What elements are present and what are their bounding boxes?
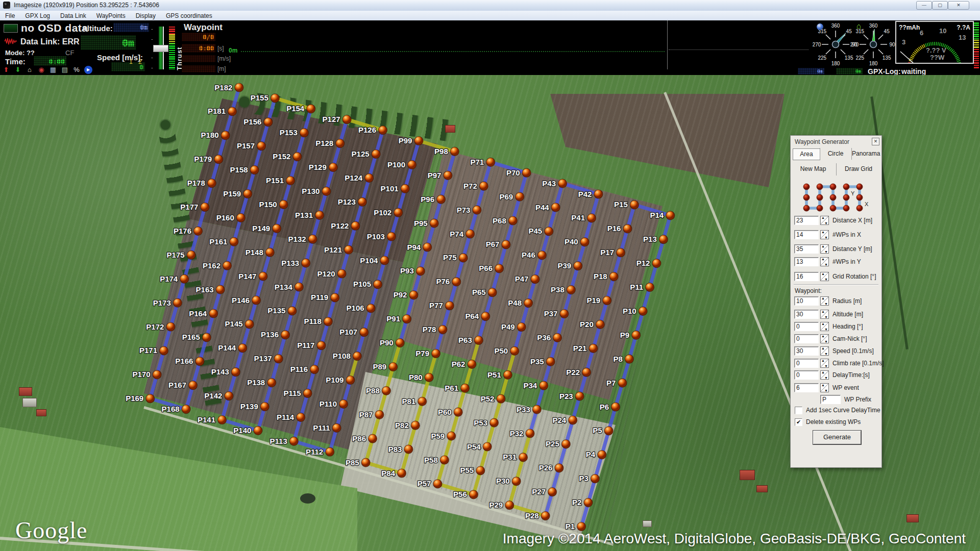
waypoint-marker[interactable] (398, 469, 406, 478)
waypoint-marker[interactable] (382, 386, 390, 395)
waypoint-marker[interactable] (404, 445, 413, 454)
waypoint-marker[interactable] (414, 137, 423, 145)
waypoint-marker[interactable] (423, 243, 432, 252)
waypoint-marker[interactable] (632, 331, 641, 339)
waypoint-marker[interactable] (510, 346, 519, 355)
waypoint-marker[interactable] (526, 429, 534, 438)
waypoint-marker[interactable] (288, 307, 297, 315)
spinner-updown[interactable]: ▲▼ (820, 322, 829, 331)
waypoint-marker[interactable] (257, 142, 266, 151)
waypoint-marker[interactable] (332, 423, 341, 432)
route-icon[interactable]: % (72, 66, 81, 74)
download-icon[interactable]: ⬇ (14, 66, 22, 74)
waypoint-marker[interactable] (274, 355, 283, 363)
waypoint-marker[interactable] (444, 171, 452, 180)
waypoint-marker[interactable] (445, 302, 454, 310)
waypoint-marker[interactable] (437, 195, 446, 204)
menu-item-display[interactable]: Display (131, 11, 161, 21)
waypoint-marker[interactable] (580, 238, 589, 246)
waypoint-marker[interactable] (532, 405, 541, 414)
waypoint-marker[interactable] (569, 416, 577, 424)
waypoint-marker[interactable] (365, 173, 374, 182)
waypoint-marker[interactable] (519, 453, 528, 462)
waypoint-marker[interactable] (201, 203, 209, 212)
waypoint-marker[interactable] (454, 408, 462, 416)
waypoint-marker[interactable] (260, 403, 269, 411)
spinner-updown[interactable]: ▲▼ (820, 310, 829, 319)
spinner-updown[interactable]: ▲▼ (820, 383, 829, 392)
waypoint-marker[interactable] (223, 261, 232, 270)
waypoint-marker[interactable] (394, 208, 403, 217)
waypoint-marker[interactable] (639, 307, 647, 315)
tab-area[interactable]: Area (793, 148, 820, 160)
waypoint-marker[interactable] (433, 480, 442, 488)
waypoint-marker[interactable] (307, 105, 315, 113)
spinner-updown[interactable]: ▲▼ (820, 272, 829, 281)
waypoint-marker[interactable] (603, 296, 611, 305)
waypoint-marker[interactable] (214, 155, 223, 164)
waypoint-marker[interactable] (166, 322, 175, 331)
waypoint-marker[interactable] (401, 184, 409, 193)
waypoint-marker[interactable] (408, 160, 416, 169)
spinner-updown[interactable]: ▲▼ (820, 296, 829, 306)
waypoint-marker[interactable] (195, 357, 204, 366)
waypoint-marker[interactable] (264, 118, 273, 127)
spinner-updown[interactable]: ▲▼ (820, 359, 829, 368)
calculator-icon[interactable]: ▤ (61, 66, 69, 74)
waypoint-marker[interactable] (207, 179, 216, 188)
waypoint-marker[interactable] (189, 381, 198, 390)
spinner-updown[interactable]: ▲▼ (820, 216, 829, 225)
minimize-button[interactable]: — (916, 1, 932, 10)
param-input[interactable]: 14 (794, 230, 819, 239)
upload-icon[interactable]: ⬆ (2, 66, 10, 74)
waypoint-marker[interactable] (271, 94, 279, 103)
waypoint-marker[interactable] (537, 251, 546, 260)
waypoint-marker[interactable] (548, 488, 557, 496)
param-input[interactable]: 6 (794, 383, 819, 392)
waypoint-marker[interactable] (279, 200, 288, 209)
waypoint-marker[interactable] (545, 227, 553, 236)
waypoint-marker[interactable] (555, 464, 564, 472)
waypoint-marker[interactable] (591, 474, 599, 483)
waypoint-marker[interactable] (252, 296, 261, 305)
waypoint-marker[interactable] (308, 235, 317, 243)
waypoint-marker[interactable] (508, 216, 517, 225)
spinner-updown[interactable]: ▲▼ (820, 346, 829, 356)
checkbox[interactable]: ✔ (795, 418, 802, 426)
param-input[interactable]: 0 (794, 334, 819, 343)
waypoint-marker[interactable] (228, 107, 237, 116)
waypoint-marker[interactable] (623, 224, 632, 233)
param-input[interactable]: 10 (794, 296, 819, 306)
waypoint-marker[interactable] (146, 394, 155, 403)
waypoint-marker[interactable] (416, 267, 425, 276)
waypoint-marker[interactable] (418, 397, 427, 406)
waypoint-marker[interactable] (209, 309, 218, 318)
waypoint-marker[interactable] (273, 224, 281, 233)
param-input[interactable]: 30 (794, 310, 819, 319)
spinner-updown[interactable]: ▲▼ (820, 370, 829, 380)
waypoint-marker[interactable] (387, 232, 396, 241)
waypoint-marker[interactable] (459, 254, 468, 262)
waypoint-marker[interactable] (245, 320, 254, 329)
waypoint-marker[interactable] (346, 376, 355, 385)
waypoint-marker[interactable] (254, 426, 262, 435)
waypoint-marker[interactable] (577, 522, 586, 531)
waypoint-marker[interactable] (369, 434, 377, 443)
waypoint-marker[interactable] (202, 333, 211, 342)
waypoint-marker[interactable] (609, 272, 618, 281)
param-input[interactable]: 23 (794, 216, 819, 225)
waypoint-marker[interactable] (337, 269, 346, 278)
waypoint-marker[interactable] (403, 315, 411, 323)
waypoint-marker[interactable] (561, 440, 570, 448)
waypoint-marker[interactable] (430, 219, 438, 228)
waypoint-marker[interactable] (281, 331, 290, 339)
waypoint-marker[interactable] (517, 323, 526, 332)
waypoint-marker[interactable] (447, 432, 456, 440)
waypoint-marker[interactable] (540, 381, 548, 390)
waypoint-marker[interactable] (497, 394, 505, 403)
waypoint-marker[interactable] (225, 392, 233, 400)
waypoint-marker[interactable] (450, 147, 459, 156)
waypoint-marker[interactable] (265, 248, 274, 257)
generate-button[interactable]: Generate (813, 431, 861, 444)
waypoint-marker[interactable] (551, 203, 560, 212)
